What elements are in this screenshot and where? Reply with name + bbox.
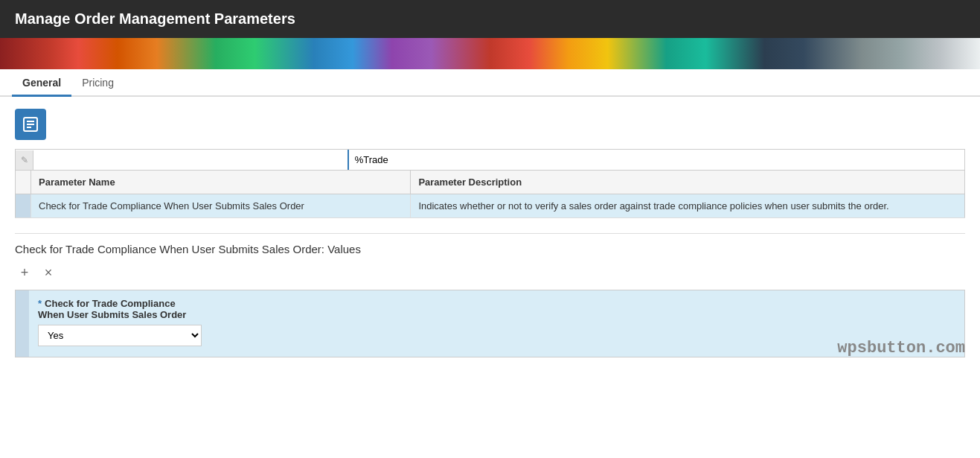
values-form-row: *Check for Trade ComplianceWhen User Sub… <box>15 290 965 357</box>
filter-name-input[interactable] <box>33 150 348 170</box>
section-divider <box>15 233 965 234</box>
decorative-banner <box>0 38 980 69</box>
required-star: * <box>38 298 42 309</box>
row-indicator <box>16 194 31 218</box>
col-header-desc: Parameter Description <box>411 171 965 194</box>
tabs-bar: General Pricing <box>0 69 980 97</box>
main-content: ✎ Parameter Name Parameter Description C… <box>0 97 980 369</box>
filter-row: ✎ <box>15 149 965 171</box>
table-row[interactable]: Check for Trade Compliance When User Sub… <box>16 194 965 218</box>
param-desc-cell: Indicates whether or not to verify a sal… <box>411 194 965 218</box>
value-select[interactable]: Yes No <box>38 325 202 346</box>
param-name-cell: Check for Trade Compliance When User Sub… <box>31 194 411 218</box>
add-row-button[interactable]: + <box>15 263 34 282</box>
remove-row-button[interactable]: × <box>39 263 58 282</box>
params-table: Parameter Name Parameter Description Che… <box>15 171 965 218</box>
field-label: *Check for Trade ComplianceWhen User Sub… <box>38 298 955 320</box>
filter-desc-input[interactable] <box>348 150 964 170</box>
col-header-name: Parameter Name <box>31 171 411 194</box>
tab-pricing[interactable]: Pricing <box>71 69 124 97</box>
values-toolbar: + × <box>15 263 965 282</box>
form-row-indicator <box>16 290 29 357</box>
tab-general[interactable]: General <box>12 69 71 97</box>
section-icon <box>15 109 46 140</box>
table-header-row: Parameter Name Parameter Description <box>16 171 965 194</box>
filter-row-indicator: ✎ <box>16 150 33 170</box>
values-section-title: Check for Trade Compliance When User Sub… <box>15 243 965 255</box>
values-form-inner: *Check for Trade ComplianceWhen User Sub… <box>38 298 955 346</box>
page-title: Manage Order Management Parameters <box>0 0 980 38</box>
